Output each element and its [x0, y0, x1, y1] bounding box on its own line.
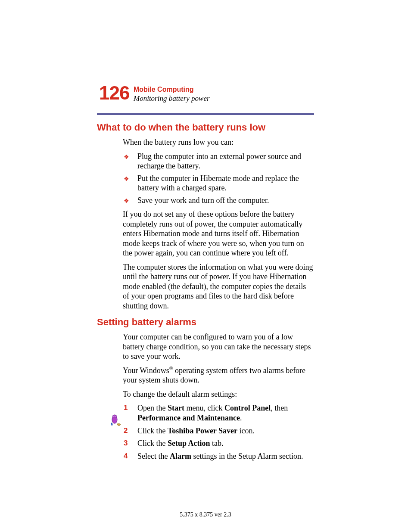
text-fragment: menu, click — [184, 404, 224, 412]
header-text: Mobile Computing Monitoring battery powe… — [134, 84, 314, 103]
section1-body: When the battery runs low you can: ❖ Plu… — [123, 137, 314, 311]
bullet-text: Put the computer in Hibernate mode and r… — [137, 174, 299, 193]
paragraph: If you do not set any of these options b… — [123, 209, 314, 258]
step-number: 3 — [124, 439, 128, 448]
text-fragment: Click the — [137, 426, 168, 435]
running-header: 126 Mobile Computing Monitoring battery … — [97, 84, 314, 103]
page-content: 126 Mobile Computing Monitoring battery … — [0, 0, 411, 461]
chapter-title: Mobile Computing — [134, 86, 314, 93]
header-rule — [97, 113, 314, 115]
list-item: ❖ Plug the computer into an external pow… — [123, 152, 314, 171]
list-item: ❖ Save your work and turn off the comput… — [123, 196, 314, 205]
text-fragment: Click the — [137, 439, 168, 448]
text-fragment: settings in the Setup Alarm section. — [191, 452, 303, 460]
ui-term: Setup Action — [168, 439, 210, 448]
section2-body: Your computer can be configured to warn … — [123, 332, 314, 461]
text-fragment: . — [240, 414, 242, 422]
list-item: ❖ Put the computer in Hibernate mode and… — [123, 174, 314, 193]
ui-term: Alarm — [170, 452, 191, 460]
ui-term: Toshiba Power Saver — [168, 426, 237, 435]
diamond-bullet-icon: ❖ — [124, 175, 129, 183]
diamond-bullet-icon: ❖ — [124, 153, 129, 161]
text-fragment: Your Windows — [123, 366, 169, 375]
list-item: 1 Open the Start menu, click Control Pan… — [123, 403, 314, 423]
ui-term: Start — [168, 404, 184, 412]
step-number: 1 — [124, 403, 128, 413]
bullet-text: Save your work and turn off the computer… — [137, 196, 269, 205]
numbered-list: 1 Open the Start menu, click Control Pan… — [123, 403, 314, 461]
bullet-list: ❖ Plug the computer into an external pow… — [123, 152, 314, 205]
paragraph: The computer stores the information on w… — [123, 262, 314, 311]
text-fragment: icon. — [237, 426, 255, 435]
svg-rect-2 — [114, 415, 115, 416]
power-saver-icon — [109, 414, 123, 429]
paragraph: Your computer can be configured to warn … — [123, 332, 314, 361]
heading-battery-low: What to do when the battery runs low — [97, 122, 314, 133]
footer-text: 5.375 x 8.375 ver 2.3 — [0, 511, 411, 518]
paragraph: To change the default alarm settings: — [123, 389, 314, 399]
ui-term: Control Panel — [224, 404, 271, 412]
step-number: 4 — [124, 451, 128, 461]
list-item: 2 Click the Toshiba Power Saver icon. — [123, 426, 314, 436]
list-item: 4 Select the Alarm settings in the Setup… — [123, 451, 314, 461]
intro-text: When the battery runs low you can: — [123, 137, 314, 147]
heading-battery-alarms: Setting battery alarms — [97, 317, 314, 328]
text-fragment: tab. — [210, 439, 224, 448]
page-number: 126 — [99, 82, 129, 104]
registered-mark: ® — [169, 366, 173, 371]
bullet-text: Plug the computer into an external power… — [137, 152, 301, 171]
paragraph: Your Windows® operating system offers tw… — [123, 366, 314, 385]
ui-term: Performance and Maintenance — [137, 414, 240, 422]
list-item: 3 Click the Setup Action tab. — [123, 439, 314, 448]
text-fragment: , then — [271, 404, 288, 412]
step-number: 2 — [124, 426, 128, 436]
section-subtitle: Monitoring battery power — [134, 94, 314, 103]
text-fragment: Open the — [137, 404, 168, 412]
text-fragment: Select the — [137, 452, 170, 460]
diamond-bullet-icon: ❖ — [124, 197, 129, 205]
